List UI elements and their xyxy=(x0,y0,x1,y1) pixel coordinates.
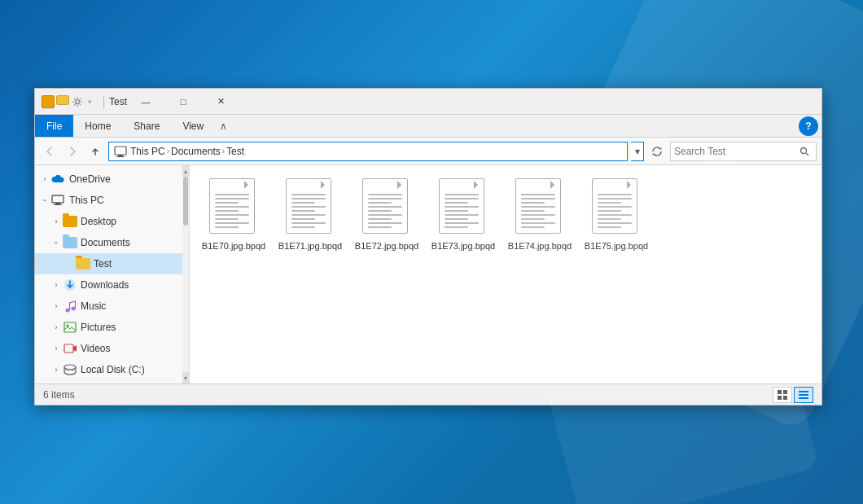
nav-up-button[interactable] xyxy=(85,142,105,161)
svg-rect-14 xyxy=(64,344,73,353)
refresh-button[interactable] xyxy=(647,142,667,161)
svg-rect-1 xyxy=(115,147,126,155)
sidebar-item-thispc[interactable]: › This PC xyxy=(35,190,189,211)
svg-rect-17 xyxy=(778,390,782,394)
help-button[interactable]: ? xyxy=(799,116,818,136)
svg-rect-23 xyxy=(799,397,808,399)
nav-forward-button[interactable] xyxy=(63,142,82,161)
scroll-thumb[interactable] xyxy=(183,177,188,226)
titlebar-gear-icon xyxy=(71,95,84,108)
titlebar: ▾ Test — □ ✕ xyxy=(35,89,821,115)
sidebar-item-onedrive[interactable]: › OneDrive xyxy=(35,169,189,190)
titlebar-icons: ▾ xyxy=(42,95,94,108)
svg-rect-2 xyxy=(118,155,123,156)
downloads-icon xyxy=(63,278,77,292)
sidebar-item-documents[interactable]: › Documents xyxy=(35,232,189,253)
desktop-icon xyxy=(63,214,77,229)
sidebar-item-music[interactable]: › Music xyxy=(35,296,189,317)
file-label-5: B1E75.jpg.bpqd xyxy=(585,240,648,252)
file-icon-0 xyxy=(209,178,258,237)
path-test[interactable]: Test xyxy=(226,146,244,157)
path-thispc[interactable]: This PC xyxy=(130,146,165,157)
svg-rect-3 xyxy=(116,156,125,157)
file-item-3[interactable]: B1E73.jpg.bpqd xyxy=(427,173,499,256)
documents-expand-arrow: › xyxy=(50,236,63,249)
menu-tab-view[interactable]: View xyxy=(171,115,215,137)
ribbon-collapse-button[interactable]: ∧ xyxy=(215,115,231,137)
view-list-button[interactable] xyxy=(794,387,813,403)
music-expand-arrow: › xyxy=(50,300,63,313)
music-icon xyxy=(63,299,77,313)
svg-point-15 xyxy=(64,365,76,370)
file-icon-2 xyxy=(362,178,411,237)
svg-rect-19 xyxy=(778,396,782,400)
documents-label: Documents xyxy=(81,237,130,248)
titlebar-folder-small-icon xyxy=(56,95,69,105)
file-label-4: B1E74.jpg.bpqd xyxy=(508,240,572,252)
file-item-4[interactable]: B1E74.jpg.bpqd xyxy=(504,173,576,256)
nav-back-button[interactable] xyxy=(40,142,59,161)
svg-rect-20 xyxy=(783,396,787,400)
file-item-1[interactable]: B1E71.jpg.bpqd xyxy=(274,173,346,256)
statusbar: 6 items xyxy=(35,383,821,405)
search-button[interactable] xyxy=(796,143,813,160)
sidebar: › OneDrive › This PC › Deskto xyxy=(35,165,190,383)
search-box[interactable] xyxy=(670,142,817,161)
thispc-label: This PC xyxy=(69,195,104,206)
window-controls: — □ ✕ xyxy=(127,89,239,115)
file-item-5[interactable]: B1E75.jpg.bpqd xyxy=(580,173,652,256)
menu-tab-home[interactable]: Home xyxy=(73,115,122,137)
path-sep-1: › xyxy=(167,147,169,156)
path-computer-icon xyxy=(114,146,127,157)
menu-tab-file[interactable]: File xyxy=(35,115,73,137)
file-label-1: B1E71.jpg.bpqd xyxy=(278,240,342,252)
scroll-up-arrow[interactable]: ▲ xyxy=(182,165,189,177)
localdisk-label: Local Disk (C:) xyxy=(81,364,145,375)
svg-line-5 xyxy=(806,153,808,156)
documents-icon xyxy=(63,235,77,250)
sidebar-item-desktop[interactable]: › Desktop xyxy=(35,211,189,232)
sidebar-item-pictures[interactable]: › Pictures xyxy=(35,317,189,338)
close-button[interactable]: ✕ xyxy=(202,89,239,115)
sidebar-item-localdisk[interactable]: › Local Disk (C:) xyxy=(35,359,189,380)
scroll-down-arrow[interactable]: ▼ xyxy=(182,372,189,383)
test-label: Test xyxy=(94,258,112,270)
sidebar-item-videos[interactable]: › Videos xyxy=(35,338,189,359)
svg-rect-8 xyxy=(54,204,62,205)
music-label: Music xyxy=(81,300,106,312)
addressbar: This PC › Documents › Test ▾ xyxy=(35,138,821,165)
file-item-0[interactable]: B1E70.jpg.bpqd xyxy=(198,173,269,256)
file-icon-1 xyxy=(286,178,335,237)
sidebar-item-test[interactable]: › Test xyxy=(35,253,189,274)
menu-tab-share[interactable]: Share xyxy=(122,115,171,137)
address-path[interactable]: This PC › Documents › Test xyxy=(108,142,628,161)
path-sep-2: › xyxy=(222,147,225,156)
svg-point-11 xyxy=(72,307,76,311)
maximize-button[interactable]: □ xyxy=(164,89,202,115)
search-input[interactable] xyxy=(674,146,796,157)
svg-point-16 xyxy=(64,370,76,375)
localdisk-expand-arrow: › xyxy=(50,363,63,376)
desktop-label: Desktop xyxy=(81,216,116,227)
videos-expand-arrow: › xyxy=(50,342,63,355)
file-item-2[interactable]: B1E72.jpg.bpqd xyxy=(351,173,423,256)
minimize-button[interactable]: — xyxy=(127,89,164,115)
onedrive-icon xyxy=(51,172,66,186)
content-area: › OneDrive › This PC › Deskto xyxy=(35,165,821,383)
svg-rect-7 xyxy=(55,203,60,204)
titlebar-folder-icon xyxy=(42,95,55,108)
svg-rect-6 xyxy=(52,195,64,203)
pictures-expand-arrow: › xyxy=(50,321,63,334)
svg-point-4 xyxy=(801,147,807,153)
svg-rect-18 xyxy=(783,390,787,394)
videos-label: Videos xyxy=(81,343,110,354)
sidebar-item-downloads[interactable]: › Downloads xyxy=(35,274,189,296)
item-count: 6 items xyxy=(43,389,75,401)
file-icon-4 xyxy=(515,178,564,237)
pictures-label: Pictures xyxy=(81,322,116,333)
titlebar-divider xyxy=(103,95,104,108)
view-grid-button[interactable] xyxy=(773,387,792,403)
address-dropdown-button[interactable]: ▾ xyxy=(631,142,644,161)
path-documents[interactable]: Documents xyxy=(171,146,221,157)
titlebar-dropdown-arrow[interactable]: ▾ xyxy=(85,95,94,108)
